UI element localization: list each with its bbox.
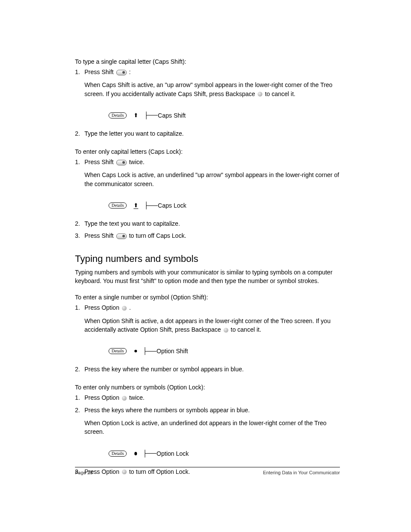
callout-caps-shift: Details ⬆ Caps Shift <box>84 110 340 121</box>
backspace-key-icon <box>224 328 228 333</box>
callout-leader <box>146 205 158 206</box>
callout-label: Caps Lock <box>158 202 186 209</box>
step-number: 2. <box>75 365 84 373</box>
callout-label: Option Lock <box>156 450 189 457</box>
heading-caps-lock: To enter only capital letters (Caps Lock… <box>75 148 340 155</box>
step-number: 1. <box>75 68 84 104</box>
step-number: 2. <box>75 219 84 228</box>
callout-caps-lock: Details ⬆ Caps Lock <box>84 200 340 211</box>
step-text: twice. <box>129 394 145 401</box>
list-item: 1. Press Shift : When Caps Shift is acti… <box>75 68 340 104</box>
step-text: twice. <box>129 159 144 165</box>
step-number: 1. <box>75 303 84 340</box>
step-text: : <box>129 68 131 75</box>
callout-option-lock: Details Option Lock <box>84 448 340 459</box>
up-arrow-icon: ⬆ <box>134 112 138 118</box>
step-text: . <box>129 304 131 311</box>
details-button-graphic: Details <box>109 202 127 208</box>
step-description: When Option Lock is active, an underline… <box>84 419 340 436</box>
step-text: Press Shift <box>84 68 115 75</box>
content-column: To type a single capital letter (Caps Sh… <box>75 58 340 479</box>
option-key-icon <box>122 306 127 311</box>
step-text: Press Shift <box>84 232 115 239</box>
heading-option-shift: To enter a single number or symbol (Opti… <box>75 294 340 301</box>
details-button-graphic: Details <box>109 348 127 354</box>
step-number: 1. <box>75 158 84 194</box>
heading-caps-shift: To type a single capital letter (Caps Sh… <box>75 58 340 65</box>
list-item: 1. Press Option twice. <box>75 393 340 402</box>
step-description: When Caps Lock is active, an underlined … <box>84 171 340 188</box>
heading-option-lock: To enter only numbers or symbols (Option… <box>75 384 340 391</box>
page-number: Page 28 <box>75 470 93 475</box>
callout-option-shift: Details Option Shift <box>84 346 340 356</box>
list-item: 2. Type the letter you want to capitaliz… <box>75 129 340 138</box>
list-item: 1. Press Shift twice. When Caps Lock is … <box>75 158 340 194</box>
list-item: 2. Press the key where the number or sym… <box>75 365 340 373</box>
up-arrow-underlined-icon: ⬆ <box>134 202 138 209</box>
heading-typing-numbers: Typing numbers and symbols <box>75 253 340 264</box>
step-text: Press Shift <box>84 159 115 165</box>
page: To type a single capital letter (Caps Sh… <box>0 0 411 532</box>
step-text: Type the letter you want to capitalize. <box>84 129 340 138</box>
shift-key-icon <box>116 233 127 239</box>
callout-leader <box>146 115 158 115</box>
callout-label: Option Shift <box>156 348 188 355</box>
step-text: Press Option <box>84 304 121 311</box>
chapter-title: Entering Data in Your Communicator <box>263 470 340 475</box>
step-number: 2. <box>75 406 84 442</box>
details-button-graphic: Details <box>109 451 127 457</box>
step-description: to cancel it. <box>231 326 262 333</box>
shift-key-icon <box>116 160 127 165</box>
intro-paragraph: Typing numbers and symbols with your com… <box>75 268 340 286</box>
option-key-icon <box>122 396 127 401</box>
step-text: Type the text you want to capitalize. <box>84 219 340 228</box>
details-button-graphic: Details <box>109 112 127 118</box>
shift-key-icon <box>116 70 127 75</box>
callout-leader <box>145 351 156 352</box>
step-number: 1. <box>75 393 84 402</box>
step-text: to turn off Caps Lock. <box>129 232 186 239</box>
step-description: When Option Shift is active, a dot appea… <box>84 317 330 333</box>
page-footer: Page 28 Entering Data in Your Communicat… <box>75 467 340 475</box>
list-item: 3. Press Shift to turn off Caps Lock. <box>75 231 340 240</box>
dot-icon <box>134 350 137 352</box>
step-text: Press the keys where the numbers or symb… <box>84 407 250 414</box>
step-number: 2. <box>75 129 84 138</box>
list-item: 2. Press the keys where the numbers or s… <box>75 406 340 442</box>
list-item: 2. Type the text you want to capitalize. <box>75 219 340 228</box>
list-item: 1. Press Option . When Option Shift is a… <box>75 303 340 340</box>
step-text: Press Option <box>84 394 121 401</box>
footer-rule <box>75 467 340 467</box>
step-number: 3. <box>75 231 84 240</box>
backspace-key-icon <box>258 92 262 96</box>
callout-label: Caps Shift <box>158 112 186 119</box>
step-description: to cancel it. <box>265 90 296 97</box>
dot-underlined-icon <box>134 452 137 455</box>
step-text: Press the key where the number or symbol… <box>84 365 340 373</box>
callout-leader <box>145 453 156 454</box>
